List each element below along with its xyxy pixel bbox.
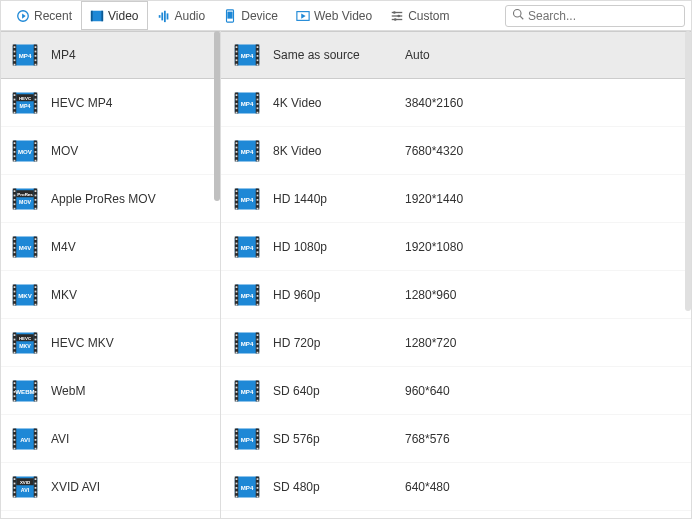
preset-name: HD 1440p <box>273 192 393 206</box>
svg-rect-101 <box>35 290 37 292</box>
scrollbar-thumb[interactable] <box>214 31 220 201</box>
svg-rect-42 <box>14 103 16 105</box>
svg-rect-200 <box>236 142 238 144</box>
preset-item[interactable]: MP48K Video7680*4320 <box>221 127 691 175</box>
preset-item[interactable]: MP4HD 1080p1920*1080 <box>221 223 691 271</box>
svg-rect-136 <box>14 399 16 401</box>
preset-name: SD 640p <box>273 384 393 398</box>
svg-rect-208 <box>236 159 238 161</box>
svg-rect-25 <box>35 46 37 48</box>
svg-rect-221 <box>257 203 259 205</box>
search-box[interactable] <box>505 5 685 27</box>
format-icon: XVIDAVI <box>11 473 39 501</box>
svg-rect-3 <box>91 10 93 21</box>
format-label: XVID AVI <box>51 480 100 494</box>
svg-text:MP4: MP4 <box>241 483 254 490</box>
format-item[interactable]: HEVCMP4HEVC MP4 <box>1 79 220 127</box>
svg-rect-236 <box>236 255 238 257</box>
svg-rect-44 <box>14 107 16 109</box>
svg-rect-134 <box>14 395 16 397</box>
format-item[interactable]: MOVMOV <box>1 127 220 175</box>
svg-text:MOV: MOV <box>18 147 33 154</box>
svg-text:MP4: MP4 <box>241 147 254 154</box>
format-item[interactable]: XVIDAVIXVID AVI <box>1 463 220 511</box>
svg-rect-146 <box>14 439 16 441</box>
format-item[interactable]: MKVMKV <box>1 271 220 319</box>
preset-name: HD 1080p <box>273 240 393 254</box>
preset-item[interactable]: MP4SD 640p960*640 <box>221 367 691 415</box>
svg-text:MP4: MP4 <box>241 339 254 346</box>
tab-label: Web Video <box>314 9 372 23</box>
preset-resolution: 768*576 <box>405 432 450 446</box>
tab-device[interactable]: Device <box>214 1 287 30</box>
svg-rect-112 <box>14 334 16 336</box>
preset-item[interactable]: MP4SD 576p768*576 <box>221 415 691 463</box>
svg-rect-234 <box>236 251 238 253</box>
svg-rect-157 <box>35 478 37 480</box>
preset-item[interactable]: MP4Same as sourceAuto <box>221 31 691 79</box>
tab-label: Device <box>241 9 278 23</box>
svg-rect-7 <box>164 10 166 21</box>
format-list: MP4MP4HEVCMP4HEVC MP4MOVMOVProResMOVAppl… <box>1 31 221 519</box>
svg-rect-190 <box>236 103 238 105</box>
svg-text:MOV: MOV <box>19 199 31 205</box>
preset-resolution: 960*640 <box>405 384 450 398</box>
svg-text:MP4: MP4 <box>241 387 254 394</box>
svg-rect-92 <box>14 255 16 257</box>
svg-line-20 <box>520 16 523 19</box>
svg-rect-279 <box>257 399 259 401</box>
svg-rect-5 <box>158 15 160 18</box>
tab-webvideo[interactable]: Web Video <box>287 1 381 30</box>
preset-item[interactable]: MP44K Video3840*2160 <box>221 79 691 127</box>
svg-rect-262 <box>236 347 238 349</box>
scrollbar-thumb[interactable] <box>685 31 691 311</box>
svg-rect-54 <box>14 142 16 144</box>
svg-rect-186 <box>236 94 238 96</box>
svg-rect-90 <box>14 251 16 253</box>
preset-icon: MP4 <box>233 233 261 261</box>
svg-rect-206 <box>236 155 238 157</box>
search-input[interactable] <box>528 9 678 23</box>
webvideo-icon <box>296 9 310 23</box>
svg-rect-164 <box>14 495 16 497</box>
svg-rect-291 <box>257 443 259 445</box>
format-item[interactable]: WEBMWebM <box>1 367 220 415</box>
tab-label: Custom <box>408 9 449 23</box>
svg-rect-87 <box>35 242 37 244</box>
svg-rect-137 <box>35 399 37 401</box>
svg-rect-165 <box>35 495 37 497</box>
svg-text:MP4: MP4 <box>241 195 254 202</box>
svg-rect-300 <box>236 482 238 484</box>
preset-icon: MP4 <box>233 425 261 453</box>
svg-rect-145 <box>35 434 37 436</box>
preset-item[interactable]: MP4SD 480p640*480 <box>221 463 691 511</box>
tab-recent[interactable]: Recent <box>7 1 81 30</box>
svg-rect-62 <box>14 159 16 161</box>
format-item[interactable]: ProResMOVApple ProRes MOV <box>1 175 220 223</box>
svg-rect-301 <box>257 482 259 484</box>
preset-item[interactable]: MP4HD 1440p1920*1440 <box>221 175 691 223</box>
svg-rect-181 <box>257 64 259 66</box>
preset-item[interactable]: MP4HD 960p1280*960 <box>221 271 691 319</box>
svg-rect-247 <box>257 295 259 297</box>
svg-rect-63 <box>35 159 37 161</box>
format-item[interactable]: AVIAVI <box>1 415 220 463</box>
preset-item[interactable]: MP4HD 720p1280*720 <box>221 319 691 367</box>
svg-rect-303 <box>257 487 259 489</box>
svg-rect-207 <box>257 155 259 157</box>
format-item[interactable]: M4VM4V <box>1 223 220 271</box>
format-item[interactable]: HEVCMKVHEVC MKV <box>1 319 220 367</box>
svg-rect-256 <box>236 334 238 336</box>
tab-custom[interactable]: Custom <box>381 1 458 30</box>
tab-video[interactable]: Video <box>81 1 147 30</box>
svg-rect-33 <box>35 64 37 66</box>
svg-rect-203 <box>257 146 259 148</box>
svg-rect-222 <box>236 207 238 209</box>
svg-rect-243 <box>257 286 259 288</box>
svg-rect-121 <box>35 351 37 353</box>
svg-rect-173 <box>257 46 259 48</box>
svg-rect-302 <box>236 487 238 489</box>
format-item[interactable]: MP4MP4 <box>1 31 220 79</box>
tab-audio[interactable]: Audio <box>148 1 215 30</box>
svg-rect-250 <box>236 303 238 305</box>
